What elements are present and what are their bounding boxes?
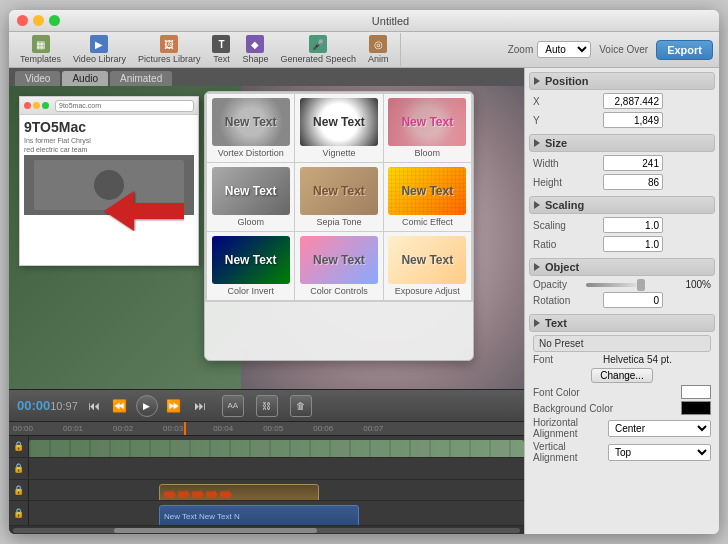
track-row-text: 🔒 New Text New Text New Text N (9, 501, 524, 526)
lock-icon-audio[interactable]: 🔒 (13, 463, 24, 473)
close-button[interactable] (17, 15, 28, 26)
prev-frame-button[interactable]: ⏪ (110, 396, 130, 416)
field-font-color: Font Color (533, 385, 711, 399)
browser-header: 9to5mac.com (20, 97, 198, 115)
link-button[interactable]: ⛓ (256, 395, 278, 417)
field-input-y[interactable] (603, 112, 663, 128)
lock-icon-text[interactable]: 🔒 (13, 508, 24, 518)
effect-text-vortex: New Text (225, 115, 277, 129)
lock-icon-arrow[interactable]: 🔒 (13, 485, 24, 495)
speech-icon: 🎤 (309, 35, 327, 53)
field-input-x[interactable] (603, 93, 663, 109)
effect-bloom[interactable]: New Text Bloom (384, 94, 471, 162)
field-input-ratio[interactable] (603, 236, 663, 252)
tab-audio[interactable]: Audio (62, 71, 108, 86)
bg-color-swatch[interactable] (681, 401, 711, 415)
toolbar-shape[interactable]: ◆ Shape (237, 33, 273, 66)
track-body-text: New Text New Text New Text N (29, 501, 524, 525)
effect-preview-sepia: New Text (300, 167, 378, 215)
toolbar-text[interactable]: T Text (207, 33, 235, 66)
browser-maximize (42, 102, 49, 109)
field-input-scaling[interactable] (603, 217, 663, 233)
section-header-scaling[interactable]: Scaling (529, 196, 715, 214)
next-frame-button[interactable]: ⏩ (164, 396, 184, 416)
section-header-size[interactable]: Size (529, 134, 715, 152)
timeline-area: 00:00 10:97 ⏮ ⏪ ▶ ⏩ ⏭ AA ⛓ 🗑 00:00 (9, 389, 524, 534)
minimize-button[interactable] (33, 15, 44, 26)
article-headline: Ins former Fiat Chrysl (24, 137, 194, 144)
playhead[interactable] (184, 422, 186, 435)
field-ratio: Ratio (529, 236, 715, 252)
arrow-shape-4 (206, 490, 218, 500)
font-color-swatch[interactable] (681, 385, 711, 399)
zoom-label: Zoom (508, 44, 534, 55)
field-bg-color: Background Color (533, 401, 711, 415)
time-total: 10:97 (50, 400, 78, 412)
effect-sepia[interactable]: New Text Sepia Tone (295, 163, 382, 231)
field-opacity: Opacity 100% (533, 279, 711, 290)
field-height: Height (529, 174, 715, 190)
track-row-video: 🔒 (9, 436, 524, 458)
effect-vortex-distortion[interactable]: New Text Vortex Distortion (207, 94, 294, 162)
effect-name-colorcontrols: Color Controls (310, 286, 368, 296)
ruler-mark-6: 00:06 (313, 424, 333, 433)
toolbar-video-library[interactable]: ▶ Video Library (68, 33, 131, 66)
effect-preview-vortex: New Text (212, 98, 290, 146)
field-input-rotation[interactable] (603, 292, 663, 308)
track-header-text: 🔒 (9, 501, 29, 525)
timeline-scrollbar (9, 526, 524, 534)
field-input-height[interactable] (603, 174, 663, 190)
zoom-select[interactable]: Auto 50% 100% 150% (537, 41, 591, 58)
toolbar-pictures-library[interactable]: 🖼 Pictures Library (133, 33, 206, 66)
section-text: Text No Preset Font Helvetica 54 pt. Cha… (529, 314, 715, 463)
scroll-bar[interactable] (13, 528, 520, 533)
h-align-select[interactable]: Center Left Right (608, 420, 711, 437)
effect-comic[interactable]: New Text Comic Effect (384, 163, 471, 231)
skip-end-button[interactable]: ⏭ (190, 396, 210, 416)
text-size-button[interactable]: AA (222, 395, 244, 417)
toolbar-generated-speech[interactable]: 🎤 Generated Speech (275, 33, 361, 66)
effect-color-invert[interactable]: New Text Color Invert (207, 232, 294, 300)
title-bar: Untitled (9, 10, 719, 32)
section-header-position[interactable]: Position (529, 72, 715, 90)
tab-video[interactable]: Video (15, 71, 60, 86)
browser-minimize (33, 102, 40, 109)
field-value-font: Helvetica 54 pt. (603, 354, 711, 365)
ruler-mark-5: 00:05 (263, 424, 283, 433)
delete-clip-button[interactable]: 🗑 (290, 395, 312, 417)
arrow-clip[interactable] (159, 484, 319, 501)
field-label-width: Width (533, 158, 603, 169)
maximize-button[interactable] (49, 15, 60, 26)
field-input-width[interactable] (603, 155, 663, 171)
toolbar-templates[interactable]: ▦ Templates (15, 33, 66, 66)
effect-gloom[interactable]: New Text Gloom (207, 163, 294, 231)
play-button[interactable]: ▶ (136, 395, 158, 417)
effect-preview-exposureadj: New Text (388, 236, 466, 284)
field-label-y: Y (533, 115, 603, 126)
section-header-text[interactable]: Text (529, 314, 715, 332)
scroll-thumb[interactable] (114, 528, 317, 533)
section-header-object[interactable]: Object (529, 258, 715, 276)
change-font-button[interactable]: Change... (591, 368, 652, 383)
toolbar-anim[interactable]: ◎ Anim (363, 33, 394, 66)
skip-start-button[interactable]: ⏮ (84, 396, 104, 416)
track-header-audio: 🔒 (9, 458, 29, 479)
export-button[interactable]: Export (656, 40, 713, 60)
effect-text-bloom: New Text (401, 115, 453, 129)
effect-vignette[interactable]: New Text Vignette (295, 94, 382, 162)
tab-animated[interactable]: Animated (110, 71, 172, 86)
lock-icon-video[interactable]: 🔒 (13, 441, 24, 451)
ruler-mark-1: 00:01 (63, 424, 83, 433)
field-label-font: Font (533, 354, 603, 365)
app-window: Untitled ▦ Templates ▶ Video Library 🖼 P… (9, 10, 719, 534)
ruler-mark-3: 00:03 (163, 424, 183, 433)
time-display: 00:00 10:97 (17, 398, 78, 413)
effect-color-controls[interactable]: New Text Color Controls (295, 232, 382, 300)
effect-exposure-adjust[interactable]: New Text Exposure Adjust (384, 232, 471, 300)
field-value-opacity: 100% (650, 279, 711, 290)
arrow-shape-3 (192, 490, 204, 500)
v-align-select[interactable]: Top Center Bottom (608, 444, 711, 461)
text-clip[interactable]: New Text New Text N (159, 505, 359, 525)
browser-address-bar: 9to5mac.com (55, 100, 194, 112)
font-preset-bar[interactable]: No Preset (533, 335, 711, 352)
